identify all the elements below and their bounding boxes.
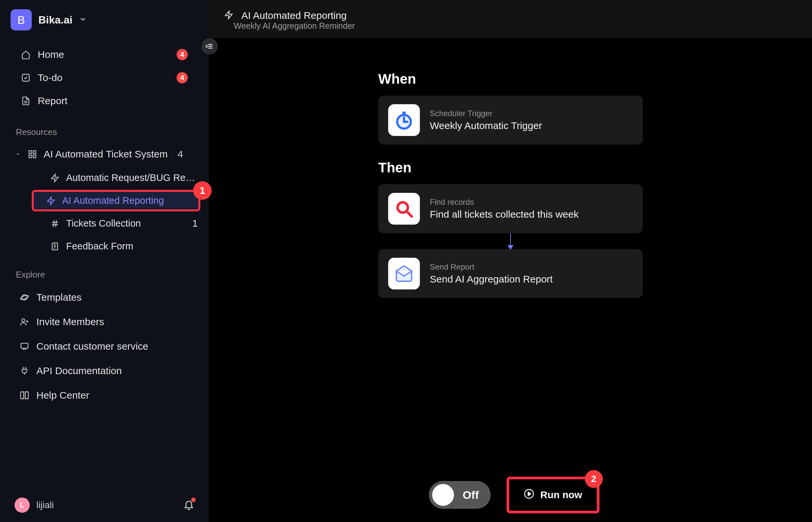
nav-todo[interactable]: To-do 4 — [5, 66, 204, 89]
explore-nav: Templates Invite Members Contact custome… — [0, 285, 209, 407]
svg-line-12 — [56, 220, 56, 227]
explore-api[interactable]: API Documentation — [0, 359, 209, 383]
resource-item-ai-reporting[interactable]: AI Automated Reporting 1 — [32, 190, 200, 212]
planet-icon — [20, 293, 29, 302]
explore-help[interactable]: Help Center — [0, 383, 209, 407]
toggle-state-label: Off — [462, 488, 479, 501]
collapse-sidebar-button[interactable] — [202, 38, 217, 54]
page-subtitle: Weekly AI Aggregation Reminder — [209, 21, 812, 31]
notification-dot-icon — [191, 498, 196, 502]
nav-label: Home — [38, 49, 64, 60]
clipboard-icon — [50, 242, 60, 251]
action-card-find-records[interactable]: Find records Find all tickets collected … — [378, 184, 643, 233]
explore-invite[interactable]: Invite Members — [0, 309, 209, 334]
card-title: Send AI Aggregation Report — [430, 274, 553, 285]
card-kicker: Find records — [430, 198, 579, 207]
workspace-name: Bika.ai — [38, 14, 72, 26]
svg-rect-0 — [22, 75, 29, 81]
card-texts: Scheduler Trigger Weekly Automatic Trigg… — [430, 109, 542, 131]
resource-item-label: Tickets Collection — [66, 218, 141, 229]
stopwatch-icon — [388, 104, 420, 136]
svg-line-11 — [53, 220, 54, 227]
when-heading: When — [378, 71, 643, 87]
grid-icon — [28, 149, 37, 159]
search-icon — [388, 193, 420, 225]
card-texts: Find records Find all tickets collected … — [430, 198, 579, 220]
sidebar-footer: L lijiali — [0, 488, 209, 522]
arrow-down-icon — [507, 245, 514, 250]
lightning-icon — [224, 10, 233, 21]
resource-folder-label: AI Automated Ticket System — [44, 148, 168, 160]
play-circle-icon — [524, 488, 534, 501]
annotation-badge-2: 2 — [585, 470, 603, 488]
user-name: lijiali — [36, 500, 54, 510]
toggle-knob-icon — [432, 484, 454, 506]
svg-rect-5 — [29, 155, 32, 158]
flow-column: When Scheduler Trigger Weekly Automatic … — [378, 71, 643, 522]
resource-folder-count: 4 — [178, 148, 183, 160]
top-header-wrap: AI Automated Reporting Weekly AI Aggrega… — [209, 0, 812, 38]
lightning-icon — [46, 196, 56, 205]
sidebar-nav: Home 4 To-do 4 Report — [0, 40, 209, 116]
svg-rect-3 — [29, 151, 32, 154]
section-resources-title: Resources — [0, 116, 209, 143]
resource-item-label: Automatic Request/BUG Re… — [66, 172, 195, 183]
explore-label: Help Center — [36, 390, 89, 401]
flow-connector — [378, 233, 643, 249]
nav-label: To-do — [38, 72, 62, 83]
svg-marker-8 — [48, 197, 55, 204]
resource-folder[interactable]: AI Automated Ticket System 4 — [0, 143, 209, 166]
explore-templates[interactable]: Templates — [0, 285, 209, 309]
badge-count: 4 — [176, 72, 188, 83]
user-plus-icon — [20, 317, 29, 326]
caret-down-icon — [15, 151, 21, 158]
nav-report[interactable]: Report — [5, 89, 204, 113]
explore-contact[interactable]: Contact customer service — [0, 334, 209, 359]
card-title: Weekly Automatic Trigger — [430, 120, 542, 131]
resource-item-count: 1 — [192, 218, 198, 229]
check-square-icon — [21, 73, 30, 82]
svg-rect-4 — [33, 151, 36, 154]
badge-count: 4 — [176, 49, 188, 60]
home-icon — [21, 50, 30, 59]
svg-rect-6 — [33, 155, 36, 158]
explore-label: Contact customer service — [36, 341, 148, 352]
resource-item-tickets-collection[interactable]: Tickets Collection 1 — [4, 213, 205, 234]
card-title: Find all tickets collected this week — [430, 209, 579, 220]
nav-home[interactable]: Home 4 — [5, 43, 204, 66]
svg-rect-28 — [402, 112, 406, 114]
bottom-bar: Off Run now 2 — [429, 481, 592, 509]
run-now-button[interactable]: Run now 2 — [514, 482, 592, 508]
hash-icon — [50, 219, 60, 228]
workspace-switcher[interactable]: B Bika.ai — [0, 0, 209, 40]
resource-item-label: Feedback Form — [66, 241, 133, 252]
trigger-card[interactable]: Scheduler Trigger Weekly Automatic Trigg… — [378, 96, 643, 144]
chevron-down-icon — [79, 15, 87, 24]
workspace-avatar: B — [11, 9, 32, 31]
document-icon — [21, 96, 30, 105]
explore-label: API Documentation — [36, 365, 122, 377]
page-title: AI Automated Reporting — [241, 10, 347, 21]
svg-marker-34 — [528, 492, 531, 496]
resource-item-feedback-form[interactable]: Feedback Form — [4, 236, 205, 257]
svg-line-32 — [407, 212, 412, 216]
book-icon — [20, 391, 29, 400]
mail-open-icon — [388, 258, 420, 289]
flow-canvas: When Scheduler Trigger Weekly Automatic … — [209, 38, 812, 522]
user-avatar: L — [15, 498, 30, 513]
svg-marker-7 — [51, 174, 59, 182]
then-heading: Then — [378, 160, 643, 176]
notifications-button[interactable] — [183, 499, 194, 511]
chat-icon — [20, 342, 29, 351]
sidebar: B Bika.ai Home 4 To-do 4 Report Resou — [0, 0, 209, 522]
automation-toggle[interactable]: Off — [429, 481, 491, 509]
resource-item-automatic-request[interactable]: Automatic Request/BUG Re… — [4, 167, 205, 188]
action-card-send-report[interactable]: Send Report Send AI Aggregation Report — [378, 249, 643, 298]
plug-icon — [20, 366, 29, 376]
svg-rect-22 — [21, 343, 28, 348]
user-menu[interactable]: L lijiali — [15, 498, 54, 513]
main-panel: AI Automated Reporting Weekly AI Aggrega… — [209, 0, 812, 522]
card-texts: Send Report Send AI Aggregation Report — [430, 262, 553, 285]
run-label: Run now — [540, 489, 582, 501]
svg-marker-26 — [226, 11, 232, 19]
